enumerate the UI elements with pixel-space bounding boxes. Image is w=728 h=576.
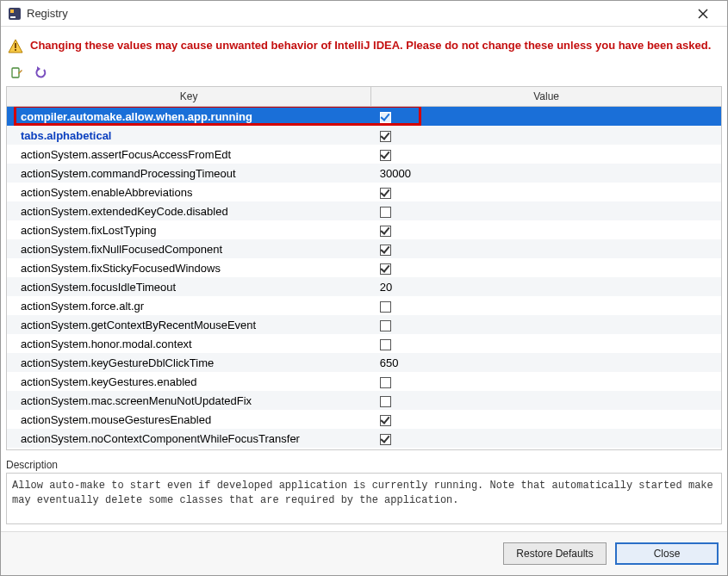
table-row[interactable]: actionSystem.commandProcessingTimeout300… [7,164,721,183]
content-area: Changing these values may cause unwanted… [1,27,727,531]
table-row[interactable]: actionSystem.extendedKeyCode.disabled [7,201,721,220]
registry-value-cell[interactable] [371,391,721,410]
registry-key-cell: actionSystem.focusIdleTimeout [7,277,371,296]
close-button[interactable]: Close [615,542,719,565]
registry-value-cell[interactable]: 20 [371,277,721,296]
registry-key-cell: actionSystem.getContextByRecentMouseEven… [7,315,371,334]
edit-button[interactable] [8,65,25,81]
dialog-footer: Restore Defaults Close [1,531,727,575]
registry-value-cell[interactable] [371,145,721,164]
registry-value-cell[interactable] [371,315,721,334]
registry-key-cell: actionSystem.fixLostTyping [7,220,371,239]
registry-key-cell: actionSystem.fixNullFocusedComponent [7,239,371,258]
registry-value-cell[interactable] [371,183,721,201]
registry-value-cell[interactable]: 650 [371,353,721,372]
registry-key-cell: actionSystem.noContextComponentWhileFocu… [7,429,371,448]
checkbox[interactable] [380,320,391,331]
column-header-key[interactable]: Key [7,87,371,107]
checkbox[interactable] [380,415,391,426]
button-label: Close [654,548,681,560]
checkbox[interactable] [380,339,391,350]
svg-rect-6 [15,43,16,48]
checkbox[interactable] [380,434,391,445]
table-row[interactable]: actionSystem.assertFocusAccessFromEdt [7,145,721,164]
svg-rect-1 [10,9,14,13]
registry-value-cell[interactable]: 30000 [371,164,721,183]
checkbox[interactable] [380,245,391,256]
column-header-value[interactable]: Value [371,87,721,107]
registry-value-cell[interactable] [371,429,721,448]
toolbar [6,64,722,86]
checkbox[interactable] [380,150,391,161]
registry-value-cell[interactable] [371,410,721,429]
edit-icon [9,66,23,80]
registry-value-cell[interactable] [371,220,721,239]
registry-value-cell[interactable] [371,126,721,145]
svg-marker-10 [37,66,40,71]
warning-icon [8,39,23,57]
registry-table: Key Value compiler.automake.allow.when.a… [6,86,722,450]
registry-key-cell: actionSystem.keyGestureDblClickTime [7,353,371,372]
undo-icon [34,66,47,80]
registry-key-cell: actionSystem.extendedKeyCode.disabled [7,201,371,220]
svg-rect-7 [15,49,16,51]
checkbox[interactable] [380,112,391,123]
registry-key-cell: actionSystem.mac.screenMenuNotUpdatedFix [7,391,371,410]
svg-rect-2 [10,16,16,18]
checkbox[interactable] [380,226,391,237]
titlebar: Registry [1,1,727,27]
table-row[interactable]: actionSystem.enableAbbreviations [7,183,721,201]
table-row[interactable]: actionSystem.fixLostTyping [7,220,721,239]
registry-value-cell[interactable] [371,201,721,220]
warning-row: Changing these values may cause unwanted… [6,35,722,64]
registry-key-cell: actionSystem.mouseGesturesEnabled [7,410,371,429]
registry-key-cell: actionSystem.commandProcessingTimeout [7,164,371,183]
registry-value-cell[interactable] [371,107,721,126]
checkbox[interactable] [380,377,391,388]
registry-key-cell: actionSystem.honor.modal.context [7,334,371,353]
registry-key-cell: compiler.automake.allow.when.app.running [7,107,371,126]
window-close-button[interactable] [686,2,720,26]
button-label: Restore Defaults [516,548,593,560]
table-row[interactable]: actionSystem.force.alt.gr [7,296,721,315]
checkbox[interactable] [380,131,391,142]
description-label: Description [6,459,722,471]
checkbox[interactable] [380,301,391,313]
registry-key-cell: actionSystem.fixStickyFocusedWindows [7,258,371,277]
registry-key-cell: actionSystem.force.alt.gr [7,296,371,315]
app-icon [8,7,22,21]
table-row[interactable]: actionSystem.mac.screenMenuNotUpdatedFix [7,391,721,410]
window-title: Registry [27,7,686,20]
checkbox[interactable] [380,263,391,275]
registry-value-cell[interactable] [371,334,721,353]
registry-value-cell[interactable] [371,372,721,391]
restore-defaults-button[interactable]: Restore Defaults [503,542,607,565]
table-row[interactable]: tabs.alphabetical [7,126,721,145]
revert-button[interactable] [32,65,49,81]
table-row[interactable]: actionSystem.getContextByRecentMouseEven… [7,315,721,334]
checkbox[interactable] [380,396,391,407]
table-row[interactable]: actionSystem.fixNullFocusedComponent [7,239,721,258]
table-row[interactable]: actionSystem.noContextComponentWhileFocu… [7,429,721,448]
table-row[interactable]: actionSystem.mouseGesturesEnabled [7,410,721,429]
table-row[interactable]: actionSystem.focusIdleTimeout20 [7,277,721,296]
table-row[interactable]: actionSystem.keyGestureDblClickTime650 [7,353,721,372]
registry-key-cell: actionSystem.assertFocusAccessFromEdt [7,145,371,164]
registry-value-cell[interactable] [371,296,721,315]
registry-value-cell[interactable] [371,239,721,258]
table-row[interactable]: actionSystem.keyGestures.enabled [7,372,721,391]
description-box: Allow auto-make to start even if develop… [6,473,722,524]
registry-key-cell: actionSystem.keyGestures.enabled [7,372,371,391]
warning-text: Changing these values may cause unwanted… [30,39,711,53]
checkbox[interactable] [380,207,391,218]
svg-rect-8 [12,68,19,77]
close-icon [698,9,708,19]
checkbox[interactable] [380,188,391,199]
registry-key-cell: tabs.alphabetical [7,126,371,145]
registry-key-cell: actionSystem.enableAbbreviations [7,183,371,201]
table-row[interactable]: actionSystem.fixStickyFocusedWindows [7,258,721,277]
table-row[interactable]: actionSystem.honor.modal.context [7,334,721,353]
table-row[interactable]: compiler.automake.allow.when.app.running [7,107,721,126]
registry-value-cell[interactable] [371,258,721,277]
